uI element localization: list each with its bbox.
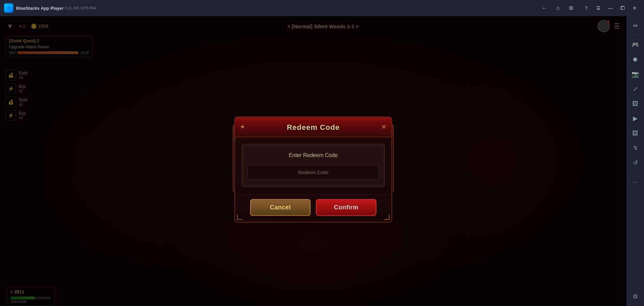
sidebar-media-button[interactable]: 🖼	[629, 126, 642, 140]
minimize-button[interactable]: —	[605, 4, 616, 12]
redeem-actions: Cancel Confirm	[235, 194, 392, 222]
titlebar-nav: ← ⌂ ⧉	[540, 4, 574, 12]
sidebar-capture-button[interactable]: 🖼	[629, 97, 642, 110]
svg-marker-1	[7, 6, 10, 10]
redeem-placeholder-text: Enter Redeem Code	[247, 152, 379, 158]
sidebar-expand-button[interactable]: ⇔	[629, 19, 642, 32]
redeem-title: Redeem Code	[287, 123, 340, 132]
sidebar-bottom: ⚙	[629, 290, 642, 303]
sidebar-divider-1	[630, 35, 641, 35]
nav-copy-button[interactable]: ⧉	[568, 4, 574, 12]
sidebar-resize-button[interactable]: ⤢	[629, 82, 642, 96]
cancel-button[interactable]: Cancel	[250, 199, 311, 216]
sidebar-rotate-button[interactable]: ↺	[629, 156, 642, 169]
sidebar-record-button[interactable]: ⏺	[629, 53, 642, 66]
nav-back-button[interactable]: ←	[540, 4, 548, 12]
corner-decoration-bl	[237, 214, 242, 220]
sidebar-macro-button[interactable]: ▶	[629, 112, 642, 125]
deco-left-icon: ✦	[240, 123, 245, 131]
menu-button[interactable]: ☰	[593, 4, 604, 12]
restore-button[interactable]: ⧠	[617, 4, 628, 12]
bluestacks-sidebar: ⇔ 🎮 ⏺ 📷 ⤢ 🖼 ▶ 🖼 ↯ ↺ ⋯ ⚙	[627, 16, 644, 306]
nav-home-button[interactable]: ⌂	[555, 4, 561, 12]
game-area: ▼ ♥ 0 🪙 1099 < [Normal] Silent Woods 1-1…	[0, 16, 627, 306]
help-button[interactable]: ?	[581, 4, 592, 12]
titlebar: BlueStacks App Player 5.21.300.1070 P64 …	[0, 0, 644, 16]
corner-decoration-br	[384, 214, 389, 220]
sidebar-divider-2	[630, 172, 641, 172]
sidebar-gamepad-button[interactable]: 🎮	[629, 38, 642, 51]
sidebar-more-button[interactable]: ⋯	[629, 175, 642, 189]
redeem-dialog: ✦ Redeem Code ✕ Enter Redeem Code Cancel…	[234, 116, 392, 222]
app-version: 5.21.300.1070 P64	[65, 6, 96, 10]
close-button[interactable]: ✕	[629, 4, 640, 12]
redeem-close-button[interactable]: ✕	[381, 123, 387, 131]
redeem-body: Enter Redeem Code	[235, 137, 392, 194]
app-name: BlueStacks App Player	[16, 6, 63, 11]
sidebar-shake-button[interactable]: ↯	[629, 141, 642, 155]
bluestacks-logo	[4, 3, 13, 13]
redeem-code-input[interactable]	[247, 165, 379, 180]
confirm-button[interactable]: Confirm	[316, 199, 376, 216]
redeem-header: ✦ Redeem Code ✕	[235, 117, 392, 137]
sidebar-settings-button[interactable]: ⚙	[629, 290, 642, 303]
sidebar-camera-button[interactable]: 📷	[629, 67, 642, 81]
window-controls: ? ☰ — ⧠ ✕	[581, 4, 640, 12]
redeem-input-area: Enter Redeem Code	[242, 144, 385, 187]
